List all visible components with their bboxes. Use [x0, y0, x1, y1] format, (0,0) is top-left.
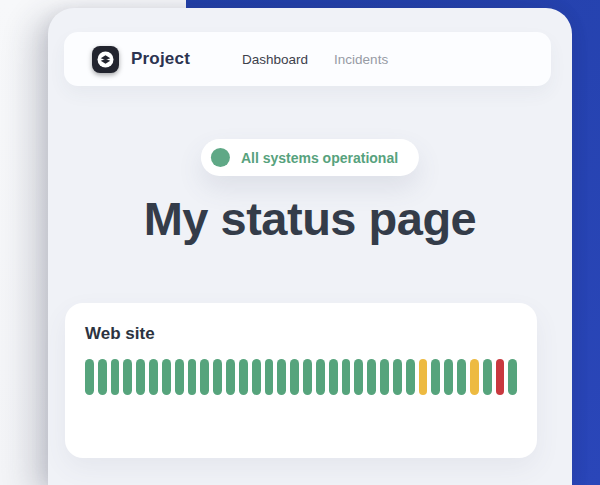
status-page-panel: Project Dashboard Incidents All systems … — [48, 8, 572, 485]
nav-item-dashboard[interactable]: Dashboard — [242, 52, 308, 67]
monitor-card: Web site — [65, 303, 537, 458]
uptime-bar-up[interactable] — [85, 359, 94, 395]
monitor-name: Web site — [85, 324, 517, 344]
uptime-bar-up[interactable] — [98, 359, 107, 395]
header-bar: Project Dashboard Incidents — [64, 32, 551, 86]
status-banner: All systems operational — [201, 139, 419, 176]
uptime-bar-up[interactable] — [508, 359, 517, 395]
status-banner-label: All systems operational — [241, 150, 398, 166]
uptime-bar-up[interactable] — [188, 359, 197, 395]
uptime-bar-up[interactable] — [431, 359, 440, 395]
uptime-bar-up[interactable] — [149, 359, 158, 395]
uptime-bar-up[interactable] — [329, 359, 338, 395]
uptime-bar-up[interactable] — [367, 359, 376, 395]
uptime-bar-down[interactable] — [496, 359, 505, 395]
uptime-bar-up[interactable] — [444, 359, 453, 395]
uptime-bar-up[interactable] — [290, 359, 299, 395]
uptime-bar-up[interactable] — [200, 359, 209, 395]
main-nav: Dashboard Incidents — [242, 52, 388, 67]
logo-icon — [92, 46, 119, 73]
uptime-bar-up[interactable] — [252, 359, 261, 395]
uptime-bar-up[interactable] — [175, 359, 184, 395]
green-status-dot-icon — [211, 148, 230, 167]
brand-name: Project — [131, 49, 190, 69]
uptime-bar-up[interactable] — [239, 359, 248, 395]
uptime-bar-up[interactable] — [123, 359, 132, 395]
uptime-bar-up[interactable] — [406, 359, 415, 395]
uptime-bar-up[interactable] — [162, 359, 171, 395]
uptime-bar-up[interactable] — [342, 359, 351, 395]
uptime-bar-up[interactable] — [226, 359, 235, 395]
uptime-bar-up[interactable] — [303, 359, 312, 395]
uptime-bar-degraded[interactable] — [419, 359, 428, 395]
uptime-bar-up[interactable] — [316, 359, 325, 395]
nav-item-incidents[interactable]: Incidents — [334, 52, 388, 67]
uptime-bar-up[interactable] — [483, 359, 492, 395]
uptime-bar-up[interactable] — [380, 359, 389, 395]
uptime-bar-up[interactable] — [393, 359, 402, 395]
uptime-bars — [85, 359, 517, 395]
uptime-bar-degraded[interactable] — [470, 359, 479, 395]
uptime-bar-up[interactable] — [277, 359, 286, 395]
uptime-bar-up[interactable] — [213, 359, 222, 395]
uptime-bar-up[interactable] — [136, 359, 145, 395]
page-title: My status page — [48, 191, 572, 246]
uptime-bar-up[interactable] — [354, 359, 363, 395]
uptime-bar-up[interactable] — [265, 359, 274, 395]
uptime-bar-up[interactable] — [457, 359, 466, 395]
uptime-bar-up[interactable] — [111, 359, 120, 395]
